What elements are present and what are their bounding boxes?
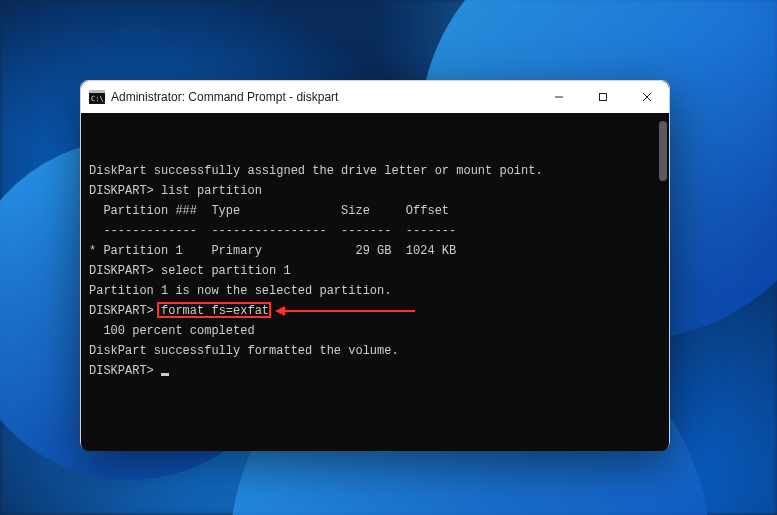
vertical-scrollbar[interactable]	[659, 121, 667, 181]
command-prompt-window: C:\_ Administrator: Command Prompt - dis…	[80, 80, 670, 450]
term-line: Partition 1 is now the selected partitio…	[89, 281, 659, 301]
window-title: Administrator: Command Prompt - diskpart	[111, 90, 338, 104]
window-controls	[537, 81, 669, 113]
close-button[interactable]	[625, 81, 669, 113]
arrow-head-icon	[275, 306, 285, 316]
terminal-area[interactable]: DiskPart successfully assigned the drive…	[81, 113, 669, 451]
term-line: DISKPART>	[89, 361, 659, 381]
term-line: DISKPART> select partition 1	[89, 261, 659, 281]
svg-text:C:\_: C:\_	[91, 95, 105, 103]
term-line: * Partition 1 Primary 29 GB 1024 KB	[89, 241, 659, 261]
svg-rect-1	[89, 90, 105, 93]
cmd-icon: C:\_	[89, 90, 105, 104]
titlebar[interactable]: C:\_ Administrator: Command Prompt - dis…	[81, 81, 669, 113]
cursor	[161, 373, 169, 376]
maximize-button[interactable]	[581, 81, 625, 113]
term-line: ------------- ---------------- ------- -…	[89, 221, 659, 241]
arrow-line	[285, 310, 415, 312]
term-line: 100 percent completed	[89, 321, 659, 341]
annotation-arrow	[275, 306, 415, 316]
svg-rect-4	[600, 94, 607, 101]
term-line: DISKPART> list partition	[89, 181, 659, 201]
term-prompt: DISKPART>	[89, 364, 161, 378]
term-prompt: DISKPART>	[89, 304, 161, 318]
term-line: Partition ### Type Size Offset	[89, 201, 659, 221]
minimize-button[interactable]	[537, 81, 581, 113]
annotation-highlight-box	[157, 302, 271, 318]
term-line: DiskPart successfully formatted the volu…	[89, 341, 659, 361]
term-line: DiskPart successfully assigned the drive…	[89, 161, 659, 181]
